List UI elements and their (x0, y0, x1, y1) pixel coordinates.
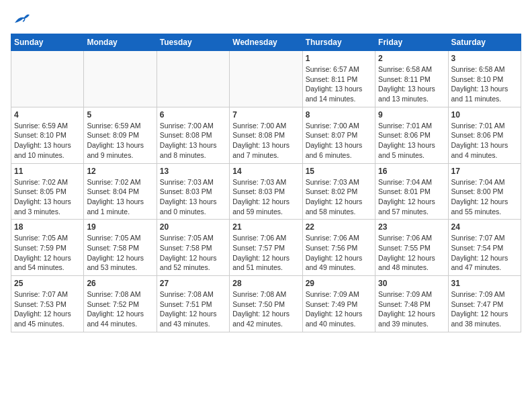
calendar-cell (230, 51, 302, 107)
calendar-cell: 12Sunrise: 7:02 AM Sunset: 8:04 PM Dayli… (84, 163, 157, 220)
day-info: Sunrise: 7:00 AM Sunset: 8:07 PM Dayligh… (306, 121, 372, 161)
day-info: Sunrise: 7:08 AM Sunset: 7:52 PM Dayligh… (87, 289, 153, 329)
weekday-header-wednesday: Wednesday (230, 34, 302, 51)
day-info: Sunrise: 7:08 AM Sunset: 7:50 PM Dayligh… (232, 289, 299, 329)
calendar-week-row-1: 1Sunrise: 6:57 AM Sunset: 8:11 PM Daylig… (11, 51, 521, 107)
day-number: 21 (232, 222, 299, 232)
calendar-cell: 21Sunrise: 7:06 AM Sunset: 7:57 PM Dayli… (230, 220, 302, 276)
calendar-cell: 14Sunrise: 7:03 AM Sunset: 8:03 PM Dayli… (230, 163, 302, 220)
calendar-cell: 28Sunrise: 7:08 AM Sunset: 7:50 PM Dayli… (230, 276, 302, 332)
calendar-cell: 11Sunrise: 7:02 AM Sunset: 8:05 PM Dayli… (11, 163, 84, 220)
day-info: Sunrise: 7:09 AM Sunset: 7:49 PM Dayligh… (306, 289, 372, 329)
calendar-cell: 5Sunrise: 6:59 AM Sunset: 8:09 PM Daylig… (84, 107, 157, 163)
day-info: Sunrise: 7:07 AM Sunset: 7:54 PM Dayligh… (451, 233, 518, 273)
day-info: Sunrise: 7:03 AM Sunset: 8:03 PM Dayligh… (160, 177, 226, 217)
day-number: 25 (14, 279, 81, 288)
calendar-table: SundayMondayTuesdayWednesdayThursdayFrid… (11, 34, 521, 332)
day-number: 12 (87, 167, 153, 176)
calendar-cell: 6Sunrise: 7:00 AM Sunset: 8:08 PM Daylig… (157, 107, 229, 163)
calendar-cell: 9Sunrise: 7:01 AM Sunset: 8:06 PM Daylig… (375, 107, 448, 163)
day-number: 3 (451, 54, 518, 63)
calendar-cell (157, 51, 229, 107)
day-number: 14 (232, 167, 299, 176)
calendar-cell: 7Sunrise: 7:00 AM Sunset: 8:08 PM Daylig… (230, 107, 302, 163)
calendar-cell: 1Sunrise: 6:57 AM Sunset: 8:11 PM Daylig… (302, 51, 375, 107)
calendar-cell: 20Sunrise: 7:05 AM Sunset: 7:58 PM Dayli… (157, 220, 229, 276)
day-info: Sunrise: 7:04 AM Sunset: 8:01 PM Dayligh… (378, 177, 445, 217)
weekday-header-thursday: Thursday (302, 34, 375, 51)
day-info: Sunrise: 7:04 AM Sunset: 8:00 PM Dayligh… (451, 177, 518, 217)
calendar-cell: 10Sunrise: 7:01 AM Sunset: 8:06 PM Dayli… (448, 107, 521, 163)
day-info: Sunrise: 7:01 AM Sunset: 8:06 PM Dayligh… (378, 121, 445, 161)
day-number: 28 (232, 279, 299, 288)
day-info: Sunrise: 7:06 AM Sunset: 7:57 PM Dayligh… (232, 233, 299, 273)
day-info: Sunrise: 7:02 AM Sunset: 8:05 PM Dayligh… (14, 177, 81, 217)
calendar-cell: 22Sunrise: 7:06 AM Sunset: 7:56 PM Dayli… (302, 220, 375, 276)
calendar-cell: 18Sunrise: 7:05 AM Sunset: 7:59 PM Dayli… (11, 220, 84, 276)
day-number: 15 (306, 167, 372, 176)
day-info: Sunrise: 7:09 AM Sunset: 7:47 PM Dayligh… (451, 289, 518, 329)
page-header (11, 11, 521, 26)
day-number: 7 (232, 110, 299, 120)
day-number: 31 (451, 279, 518, 288)
logo-bird-icon (12, 11, 31, 26)
day-info: Sunrise: 7:09 AM Sunset: 7:48 PM Dayligh… (378, 289, 445, 329)
day-info: Sunrise: 7:00 AM Sunset: 8:08 PM Dayligh… (160, 121, 226, 161)
calendar-week-row-4: 18Sunrise: 7:05 AM Sunset: 7:59 PM Dayli… (11, 220, 521, 276)
day-info: Sunrise: 7:02 AM Sunset: 8:04 PM Dayligh… (87, 177, 153, 217)
day-info: Sunrise: 6:59 AM Sunset: 8:09 PM Dayligh… (87, 121, 153, 161)
day-number: 23 (378, 222, 445, 232)
calendar-cell: 2Sunrise: 6:58 AM Sunset: 8:11 PM Daylig… (375, 51, 448, 107)
calendar-cell: 16Sunrise: 7:04 AM Sunset: 8:01 PM Dayli… (375, 163, 448, 220)
weekday-header-sunday: Sunday (11, 34, 84, 51)
day-number: 22 (306, 222, 372, 232)
day-info: Sunrise: 7:00 AM Sunset: 8:08 PM Dayligh… (232, 121, 299, 161)
calendar-cell: 23Sunrise: 7:06 AM Sunset: 7:55 PM Dayli… (375, 220, 448, 276)
day-number: 16 (378, 167, 445, 176)
day-number: 5 (87, 110, 153, 120)
day-info: Sunrise: 6:58 AM Sunset: 8:10 PM Dayligh… (451, 64, 518, 104)
day-number: 11 (14, 167, 81, 176)
day-number: 29 (306, 279, 372, 288)
calendar-cell: 25Sunrise: 7:07 AM Sunset: 7:53 PM Dayli… (11, 276, 84, 332)
day-info: Sunrise: 7:03 AM Sunset: 8:02 PM Dayligh… (306, 177, 372, 217)
calendar-cell: 19Sunrise: 7:05 AM Sunset: 7:58 PM Dayli… (84, 220, 157, 276)
day-number: 24 (451, 222, 518, 232)
calendar-week-row-5: 25Sunrise: 7:07 AM Sunset: 7:53 PM Dayli… (11, 276, 521, 332)
day-number: 10 (451, 110, 518, 120)
weekday-header-tuesday: Tuesday (157, 34, 229, 51)
calendar-cell: 13Sunrise: 7:03 AM Sunset: 8:03 PM Dayli… (157, 163, 229, 220)
weekday-header-monday: Monday (84, 34, 157, 51)
calendar-week-row-3: 11Sunrise: 7:02 AM Sunset: 8:05 PM Dayli… (11, 163, 521, 220)
calendar-cell: 8Sunrise: 7:00 AM Sunset: 8:07 PM Daylig… (302, 107, 375, 163)
calendar-cell: 30Sunrise: 7:09 AM Sunset: 7:48 PM Dayli… (375, 276, 448, 332)
day-number: 26 (87, 279, 153, 288)
calendar-cell: 3Sunrise: 6:58 AM Sunset: 8:10 PM Daylig… (448, 51, 521, 107)
day-number: 4 (14, 110, 81, 120)
day-info: Sunrise: 7:01 AM Sunset: 8:06 PM Dayligh… (451, 121, 518, 161)
weekday-header-row: SundayMondayTuesdayWednesdayThursdayFrid… (11, 34, 521, 51)
day-number: 6 (160, 110, 226, 120)
day-number: 30 (378, 279, 445, 288)
day-info: Sunrise: 6:57 AM Sunset: 8:11 PM Dayligh… (306, 64, 372, 104)
day-number: 8 (306, 110, 372, 120)
day-info: Sunrise: 7:05 AM Sunset: 7:59 PM Dayligh… (14, 233, 81, 273)
calendar-cell: 27Sunrise: 7:08 AM Sunset: 7:51 PM Dayli… (157, 276, 229, 332)
day-number: 13 (160, 167, 226, 176)
day-number: 2 (378, 54, 445, 63)
day-info: Sunrise: 7:03 AM Sunset: 8:03 PM Dayligh… (232, 177, 299, 217)
calendar-cell (11, 51, 84, 107)
weekday-header-saturday: Saturday (448, 34, 521, 51)
day-info: Sunrise: 7:05 AM Sunset: 7:58 PM Dayligh… (87, 233, 153, 273)
day-number: 20 (160, 222, 226, 232)
calendar-cell (84, 51, 157, 107)
calendar-cell: 15Sunrise: 7:03 AM Sunset: 8:02 PM Dayli… (302, 163, 375, 220)
logo (11, 11, 31, 26)
day-info: Sunrise: 7:07 AM Sunset: 7:53 PM Dayligh… (14, 289, 81, 329)
day-number: 9 (378, 110, 445, 120)
calendar-cell: 4Sunrise: 6:59 AM Sunset: 8:10 PM Daylig… (11, 107, 84, 163)
day-info: Sunrise: 7:06 AM Sunset: 7:56 PM Dayligh… (306, 233, 372, 273)
calendar-week-row-2: 4Sunrise: 6:59 AM Sunset: 8:10 PM Daylig… (11, 107, 521, 163)
calendar-cell: 24Sunrise: 7:07 AM Sunset: 7:54 PM Dayli… (448, 220, 521, 276)
day-info: Sunrise: 7:08 AM Sunset: 7:51 PM Dayligh… (160, 289, 226, 329)
